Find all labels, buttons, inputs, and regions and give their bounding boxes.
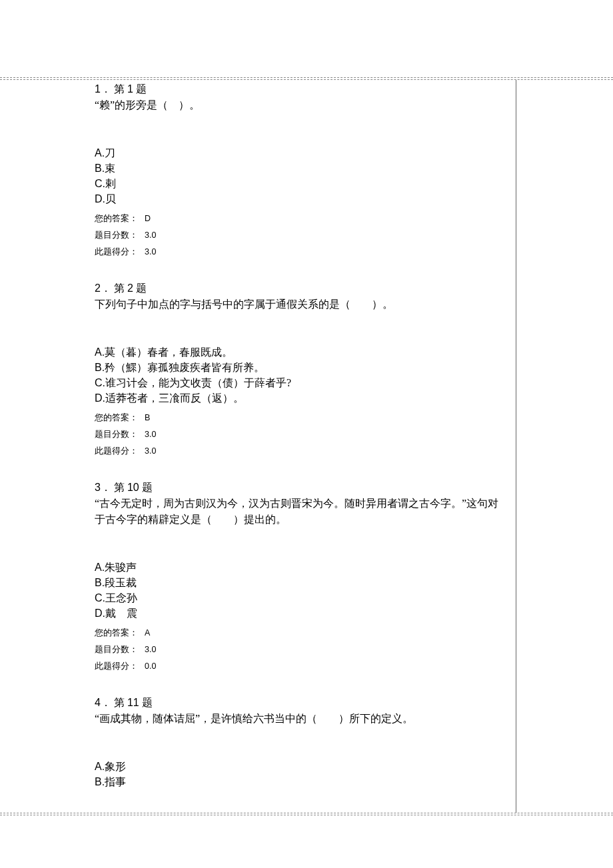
- label-prefix: 第: [114, 280, 125, 296]
- this-score-line: 此题得分：3.0: [95, 443, 502, 460]
- question-header: 3． 第 10 题: [95, 480, 502, 496]
- question-text: “画成其物，随体诘屈”，是许慎给六书当中的（ ）所下的定义。: [95, 711, 502, 727]
- option-c: C.谁习计会，能为文收责（债）于薛者乎?: [95, 375, 502, 390]
- question-header: 4． 第 11 题: [95, 695, 502, 711]
- option-b: B.段玉裁: [95, 575, 502, 590]
- your-answer-line: 您的答案：D: [95, 211, 502, 227]
- question-number: 1: [127, 81, 133, 97]
- label-suffix: 题: [136, 81, 147, 97]
- spacer: [95, 267, 502, 280]
- spacer: [95, 466, 502, 480]
- this-score-line: 此题得分：0.0: [95, 658, 502, 675]
- label-suffix: 题: [142, 695, 153, 711]
- this-score-line: 此题得分：3.0: [95, 244, 502, 260]
- label-prefix: 第: [114, 81, 125, 97]
- spacer: [95, 681, 502, 695]
- question-block: 3． 第 10 题 “古今无定时，周为古则汉为今，汉为古则晋宋为今。随时异用者谓…: [95, 480, 502, 675]
- options-list: A.朱骏声 B.段玉裁 C.王念孙 D.戴 震: [95, 560, 502, 621]
- question-text: “古今无定时，周为古则汉为今，汉为古则晋宋为今。随时异用者谓之古今字。”这句对于…: [95, 496, 502, 528]
- question-number: 2: [127, 280, 133, 296]
- option-a: A.象形: [95, 759, 502, 774]
- question-score-line: 题目分数：3.0: [95, 426, 502, 443]
- option-b: B.束: [95, 161, 502, 176]
- option-d: D.适莽苍者，三飡而反（返）。: [95, 390, 502, 406]
- label-prefix: 第: [114, 695, 125, 711]
- question-index: 1．: [95, 81, 111, 97]
- question-score-line: 题目分数：3.0: [95, 227, 502, 244]
- option-d: D.贝: [95, 191, 502, 207]
- right-column: [516, 80, 613, 813]
- option-c: C.剌: [95, 176, 502, 191]
- question-block: 1． 第 1 题 “赖”的形旁是（ ）。 A.刀 B.束 C.剌 D.贝 您的答…: [95, 81, 502, 260]
- option-b: B.指事: [95, 774, 502, 789]
- options-list: A.刀 B.束 C.剌 D.贝: [95, 145, 502, 207]
- question-header: 2． 第 2 题: [95, 280, 502, 296]
- question-text: “赖”的形旁是（ ）。: [95, 97, 502, 113]
- label-suffix: 题: [142, 480, 153, 496]
- options-list: A.莫（暮）春者，春服既成。 B.矜（鰥）寡孤独废疾者皆有所养。 C.谁习计会，…: [95, 344, 502, 406]
- question-number: 11: [127, 695, 139, 711]
- question-header: 1． 第 1 题: [95, 81, 502, 97]
- page-wrapper: 1． 第 1 题 “赖”的形旁是（ ）。 A.刀 B.束 C.剌 D.贝 您的答…: [0, 77, 613, 815]
- question-index: 2．: [95, 280, 111, 296]
- option-d: D.戴 震: [95, 606, 502, 621]
- option-c: C.王念孙: [95, 590, 502, 606]
- options-list: A.象形 B.指事: [95, 759, 502, 789]
- question-block: 4． 第 11 题 “画成其物，随体诘屈”，是许慎给六书当中的（ ）所下的定义。…: [95, 695, 502, 789]
- your-answer-line: 您的答案：A: [95, 625, 502, 642]
- option-a: A.莫（暮）春者，春服既成。: [95, 344, 502, 360]
- content-column: 1． 第 1 题 “赖”的形旁是（ ）。 A.刀 B.束 C.剌 D.贝 您的答…: [0, 80, 516, 813]
- question-block: 2． 第 2 题 下列句子中加点的字与括号中的字属于通假关系的是（ ）。 A.莫…: [95, 280, 502, 460]
- question-index: 4．: [95, 695, 111, 711]
- option-a: A.朱骏声: [95, 560, 502, 575]
- bottom-divider: [0, 813, 613, 815]
- main-layout: 1． 第 1 题 “赖”的形旁是（ ）。 A.刀 B.束 C.剌 D.贝 您的答…: [0, 80, 613, 813]
- option-b: B.矜（鰥）寡孤独废疾者皆有所养。: [95, 360, 502, 375]
- label-suffix: 题: [136, 280, 147, 296]
- question-number: 10: [127, 480, 139, 496]
- question-index: 3．: [95, 480, 111, 496]
- question-score-line: 题目分数：3.0: [95, 642, 502, 658]
- label-prefix: 第: [114, 480, 125, 496]
- option-a: A.刀: [95, 145, 502, 161]
- question-text: 下列句子中加点的字与括号中的字属于通假关系的是（ ）。: [95, 296, 502, 312]
- your-answer-line: 您的答案：B: [95, 410, 502, 426]
